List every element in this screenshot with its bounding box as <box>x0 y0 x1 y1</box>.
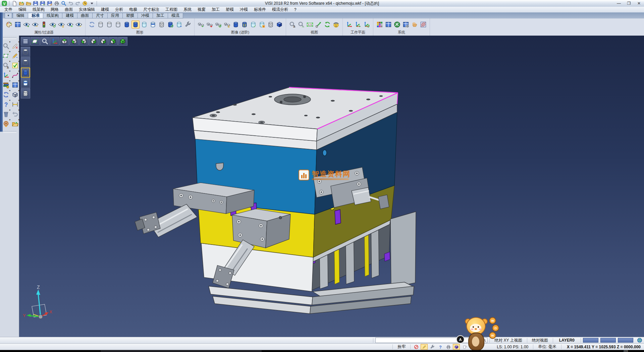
cylinder-section-icon[interactable] <box>232 20 240 29</box>
dock-wcs-icon[interactable] <box>2 71 10 80</box>
menu-item[interactable]: 模流分析 <box>269 7 291 12</box>
dock-plane-icon[interactable] <box>2 51 10 60</box>
menu-item[interactable]: 建模 <box>98 7 112 12</box>
workplane-main-icon[interactable] <box>345 20 353 29</box>
view-orient-icon[interactable] <box>315 20 323 29</box>
boxes-plusminus-icon[interactable]: ± <box>223 20 231 29</box>
menu-item[interactable]: 电极 <box>126 7 140 12</box>
save-as-icon[interactable]: + <box>39 0 46 6</box>
render-shaded-icon[interactable] <box>21 68 30 78</box>
graphics-settings-icon[interactable] <box>184 20 192 29</box>
open-file-icon[interactable] <box>18 0 24 6</box>
system-palette-icon[interactable] <box>384 20 392 29</box>
dock-regen-icon[interactable] <box>2 90 10 99</box>
hide-all-icon[interactable]: − <box>75 20 83 29</box>
tab-塑膜[interactable]: 塑膜 <box>122 13 138 18</box>
cylinder-recycle-icon[interactable]: ↺ <box>166 20 174 29</box>
cylinder-dashed-icon[interactable] <box>114 20 122 29</box>
boxes-refresh-icon[interactable]: ↺ <box>214 20 222 29</box>
minimize-button[interactable]: — <box>614 0 624 7</box>
zoom-actual-icon[interactable]: 1:1 <box>306 20 314 29</box>
cube-shaded-icon[interactable] <box>275 20 283 29</box>
cylinder-verify-icon[interactable]: ✓ <box>249 20 257 29</box>
dock-zoom-pm-icon[interactable]: ± <box>2 61 10 70</box>
menu-item[interactable]: 实体编辑 <box>76 7 98 12</box>
window-tools-icon[interactable]: ⚙ <box>402 20 410 29</box>
view-back-icon[interactable] <box>99 37 108 46</box>
show-add-icon[interactable]: + <box>22 20 31 29</box>
cylinder-wireframe-icon[interactable] <box>97 20 105 29</box>
menu-item[interactable]: 工程图 <box>162 7 180 12</box>
render-hatch-icon[interactable] <box>21 88 30 98</box>
dock-zoom-icon[interactable] <box>2 42 10 50</box>
menu-item[interactable]: 尺寸标注 <box>140 7 162 12</box>
boxes-filter-icon[interactable]: ● <box>206 20 214 29</box>
tab-加工[interactable]: 加工 <box>153 13 168 18</box>
dock-sketch-icon[interactable]: ~ <box>11 51 19 60</box>
tab-曲面[interactable]: 曲面 <box>77 13 93 18</box>
undo-icon[interactable] <box>67 0 74 6</box>
menu-item[interactable]: 冲模 <box>237 7 251 12</box>
tab-尺寸[interactable]: 尺寸 <box>92 13 108 18</box>
dock-solid-icon[interactable] <box>11 90 19 99</box>
cylinder-striped-icon[interactable] <box>240 20 249 29</box>
restore-button[interactable]: ❐ <box>624 0 634 7</box>
dock-delete-icon[interactable] <box>2 110 10 119</box>
preview-icon[interactable] <box>60 0 67 6</box>
lock-label[interactable]: 拴牢 <box>395 344 408 350</box>
cylinder-shaded-icon[interactable] <box>123 20 131 29</box>
snap-lock-icon[interactable] <box>413 344 420 350</box>
tab-应用[interactable]: 应用 <box>107 13 123 18</box>
tab-建模[interactable]: 建模 <box>62 13 77 18</box>
cylinder-half-icon[interactable] <box>149 20 157 29</box>
zoom-inout-icon[interactable]: ± <box>288 20 297 29</box>
cylinder-transparent-icon[interactable] <box>140 20 148 29</box>
new-file-icon[interactable] <box>11 0 17 6</box>
cylinder-note-icon[interactable]: ▣ <box>258 20 266 29</box>
view-eye-icon[interactable] <box>332 20 340 29</box>
boxes-show-icon[interactable]: + <box>197 20 205 29</box>
cylinder-hatched-icon[interactable] <box>158 20 166 29</box>
dock-erase-icon[interactable]: ✕ <box>11 42 19 50</box>
show-all-icon[interactable]: + <box>66 20 74 29</box>
show-remove-icon[interactable]: − <box>31 20 39 29</box>
dock-handle-2[interactable] <box>3 131 16 133</box>
tab-冲模[interactable]: 冲模 <box>138 13 153 18</box>
workplane-new-icon[interactable]: + <box>354 20 362 29</box>
history-icon[interactable] <box>82 0 88 6</box>
render-wireframe-icon[interactable] <box>21 47 30 57</box>
dock-curve-icon[interactable] <box>11 71 19 80</box>
menu-item[interactable]: 视窗 <box>195 7 209 12</box>
save-icon[interactable] <box>32 0 39 6</box>
save-all-icon[interactable]: ↺ <box>46 0 53 6</box>
view-refresh-icon[interactable] <box>323 20 331 29</box>
quick-edit-icon[interactable] <box>421 344 428 350</box>
tab-标准[interactable]: 标准 <box>28 13 43 18</box>
close-button[interactable]: ✕ <box>634 0 644 7</box>
view-left-icon[interactable] <box>79 37 89 46</box>
dock-export-icon[interactable] <box>11 120 19 128</box>
render-edges-icon[interactable] <box>21 78 30 88</box>
import-file-icon[interactable] <box>25 0 32 6</box>
menu-item[interactable]: 文件 <box>1 7 15 12</box>
attributes-image-icon[interactable] <box>14 20 22 29</box>
vp-triad-icon[interactable] <box>50 37 59 46</box>
tab-编辑[interactable]: 编辑 <box>13 13 28 18</box>
cylinder-rendered-icon[interactable] <box>131 20 140 29</box>
show-plusminus-icon[interactable]: ± <box>57 20 65 29</box>
vp-fit-icon[interactable] <box>31 37 40 46</box>
menu-item[interactable]: 系统 <box>180 7 195 12</box>
layer-indicator[interactable]: LAYER0 <box>555 338 579 343</box>
menu-item[interactable]: 编辑 <box>15 7 30 12</box>
tab-线架构[interactable]: 线架构 <box>43 13 62 18</box>
menu-item[interactable]: 标准件 <box>251 7 269 12</box>
vp-menu-icon[interactable] <box>21 37 30 46</box>
color-palette-icon[interactable] <box>376 20 384 29</box>
mold-3d-model[interactable]: Z Y X <box>19 36 644 337</box>
dock-handle[interactable] <box>3 37 16 39</box>
attributes-paint-icon[interactable] <box>5 20 13 29</box>
visi-logo-icon[interactable]: V <box>1 0 7 6</box>
dock-undo-icon[interactable] <box>11 110 19 119</box>
dock-confirm-icon[interactable] <box>11 61 19 70</box>
menu-item[interactable]: ? <box>291 7 300 12</box>
